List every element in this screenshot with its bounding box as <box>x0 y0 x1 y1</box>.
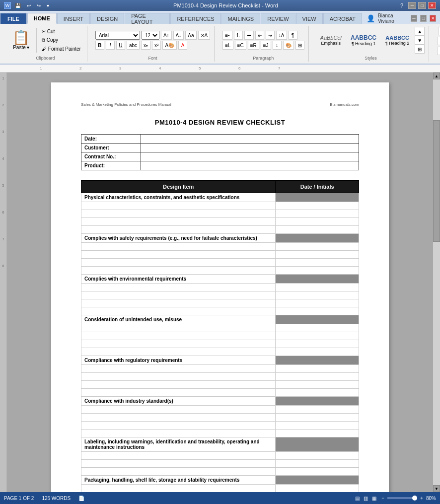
tab-design[interactable]: DESIGN <box>90 13 124 24</box>
view-web-icon[interactable]: ▥ <box>364 496 368 501</box>
font-color-btn[interactable]: A <box>178 41 187 50</box>
font-size-inc-btn[interactable]: A↑ <box>161 31 172 40</box>
date-cell[interactable] <box>276 251 359 259</box>
date-cell[interactable] <box>276 422 359 430</box>
data-cell[interactable] <box>81 226 276 234</box>
data-cell[interactable] <box>81 299 276 307</box>
data-cell[interactable] <box>81 251 276 259</box>
align-center-btn[interactable]: ≡C <box>235 41 246 50</box>
underline-btn[interactable]: U <box>116 41 125 50</box>
sort-btn[interactable]: ↕A <box>276 31 287 40</box>
zoom-slider-thumb[interactable] <box>412 496 417 501</box>
date-cell[interactable] <box>276 365 359 373</box>
italic-btn[interactable]: I <box>106 41 115 50</box>
date-cell[interactable] <box>276 332 359 340</box>
style-heading1[interactable]: AABBCC ¶ Heading 1 <box>347 33 380 48</box>
date-cell[interactable] <box>276 259 359 267</box>
info-value-date[interactable] <box>141 135 359 144</box>
date-cell[interactable] <box>276 468 359 476</box>
view-read-icon[interactable]: ▦ <box>372 496 376 501</box>
date-cell[interactable] <box>276 210 359 218</box>
data-cell[interactable] <box>81 202 276 210</box>
justify-btn[interactable]: ≡J <box>261 41 271 50</box>
date-cell[interactable] <box>276 340 359 348</box>
data-cell[interactable] <box>81 284 276 291</box>
restore-btn[interactable]: □ <box>418 2 426 9</box>
borders-btn[interactable]: ⊞ <box>295 41 304 50</box>
zoom-slider[interactable] <box>387 497 417 499</box>
copy-btn[interactable]: ⧉ Copy <box>40 36 83 44</box>
align-left-btn[interactable]: ≡L <box>222 41 233 50</box>
numbering-btn[interactable]: 1. <box>234 31 243 40</box>
data-cell[interactable] <box>81 218 276 226</box>
redo-btn[interactable]: ↪ <box>35 2 43 9</box>
data-cell[interactable] <box>81 307 276 315</box>
tab-review[interactable]: REVIEW <box>261 13 295 24</box>
tab-references[interactable]: REFERENCES <box>170 13 220 24</box>
data-cell[interactable] <box>81 381 276 389</box>
undo-btn[interactable]: ↩ <box>25 2 33 9</box>
view-print-icon[interactable]: ▤ <box>355 496 360 501</box>
tab-page-layout[interactable]: PAGE LAYOUT <box>125 13 170 24</box>
format-painter-btn[interactable]: 🖌 Format Painter <box>40 45 83 53</box>
date-cell[interactable] <box>276 284 359 291</box>
line-spacing-btn[interactable]: ↕ <box>273 41 282 50</box>
data-cell[interactable] <box>81 340 276 348</box>
strikethrough-btn[interactable]: abc <box>127 41 140 50</box>
date-cell[interactable] <box>276 202 359 210</box>
ribbon-minimize-btn[interactable]: ─ <box>411 15 417 22</box>
clear-format-btn[interactable]: ✕A <box>198 31 211 40</box>
cut-btn[interactable]: ✂ Cut <box>40 28 83 35</box>
align-right-btn[interactable]: ≡R <box>248 41 259 50</box>
vertical-scrollbar[interactable]: ▲ ▼ <box>433 72 440 492</box>
increase-indent-btn[interactable]: ⇥ <box>266 31 275 40</box>
data-cell[interactable] <box>81 452 276 460</box>
tab-mailings[interactable]: MAILINGS <box>221 13 261 24</box>
data-cell[interactable] <box>81 243 276 251</box>
change-case-btn[interactable]: Aa <box>185 31 196 40</box>
styles-scroll-up-btn[interactable]: ▲ <box>415 27 425 36</box>
data-cell[interactable] <box>81 210 276 218</box>
data-cell[interactable] <box>81 259 276 267</box>
date-cell[interactable] <box>276 226 359 234</box>
font-size-dec-btn[interactable]: A↓ <box>173 31 184 40</box>
data-cell[interactable] <box>81 291 276 299</box>
subscript-btn[interactable]: x₂ <box>141 41 150 50</box>
scroll-up-btn[interactable]: ▲ <box>433 72 440 79</box>
date-cell[interactable] <box>276 307 359 315</box>
zoom-out-btn[interactable]: － <box>380 495 385 502</box>
date-cell[interactable] <box>276 299 359 307</box>
data-cell[interactable] <box>81 468 276 476</box>
data-cell[interactable] <box>81 485 276 493</box>
date-cell[interactable] <box>276 389 359 397</box>
tab-file[interactable]: FILE <box>0 13 27 24</box>
data-cell[interactable] <box>81 324 276 332</box>
font-size-select[interactable]: 12 <box>142 31 159 40</box>
styles-expand-btn[interactable]: ⊞ <box>415 45 425 54</box>
save-btn[interactable]: 💾 <box>13 2 23 9</box>
date-cell[interactable] <box>276 291 359 299</box>
date-cell[interactable] <box>276 324 359 332</box>
zoom-in-btn[interactable]: ＋ <box>419 495 424 502</box>
data-cell[interactable] <box>81 373 276 381</box>
show-para-btn[interactable]: ¶ <box>289 31 297 40</box>
date-cell[interactable] <box>276 243 359 251</box>
date-cell[interactable] <box>276 373 359 381</box>
data-cell[interactable] <box>81 332 276 340</box>
data-cell[interactable] <box>81 365 276 373</box>
shading-btn[interactable]: 🎨 <box>283 41 294 50</box>
data-cell[interactable] <box>81 348 276 356</box>
superscript-btn[interactable]: x² <box>152 41 161 50</box>
date-cell[interactable] <box>276 267 359 275</box>
help-icon[interactable]: ? <box>400 2 403 8</box>
data-cell[interactable] <box>81 406 276 414</box>
data-cell[interactable] <box>81 414 276 422</box>
replace-btn[interactable]: ⇄ Replace <box>437 37 440 45</box>
tab-acrobat[interactable]: ACROBAT <box>323 13 362 24</box>
info-value-customer[interactable] <box>141 144 359 152</box>
scroll-down-btn[interactable]: ▼ <box>433 485 440 492</box>
data-cell[interactable] <box>81 430 276 437</box>
date-cell[interactable] <box>276 460 359 468</box>
date-cell[interactable] <box>276 406 359 414</box>
minimize-btn[interactable]: ─ <box>408 2 416 9</box>
